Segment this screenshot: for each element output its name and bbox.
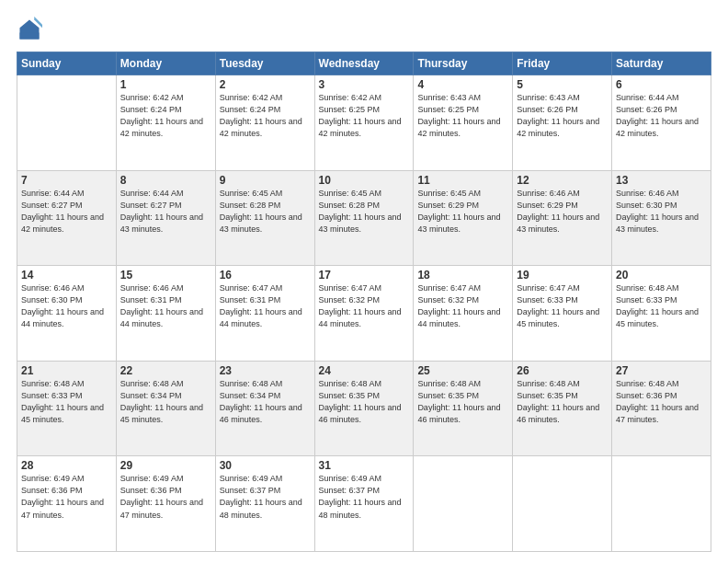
calendar-cell [612,456,711,552]
calendar-week-row: 21Sunrise: 6:48 AMSunset: 6:33 PMDayligh… [17,361,711,456]
day-number: 31 [319,459,410,472]
day-number: 28 [21,459,112,472]
calendar-cell: 20Sunrise: 6:48 AMSunset: 6:33 PMDayligh… [612,266,711,362]
day-number: 20 [616,269,707,282]
sun-info: Sunrise: 6:47 AMSunset: 6:33 PMDaylight:… [517,282,608,330]
sun-info: Sunrise: 6:46 AMSunset: 6:30 PMDaylight:… [21,282,112,330]
calendar-cell: 23Sunrise: 6:48 AMSunset: 6:34 PMDayligh… [215,361,314,456]
day-number: 29 [120,459,211,472]
calendar-week-row: 14Sunrise: 6:46 AMSunset: 6:30 PMDayligh… [17,266,711,362]
sun-info: Sunrise: 6:43 AMSunset: 6:26 PMDaylight:… [517,92,608,140]
calendar-cell: 15Sunrise: 6:46 AMSunset: 6:31 PMDayligh… [116,266,215,362]
calendar-week-row: 1Sunrise: 6:42 AMSunset: 6:24 PMDaylight… [17,75,711,171]
calendar-cell: 21Sunrise: 6:48 AMSunset: 6:33 PMDayligh… [17,361,117,456]
day-number: 1 [120,78,211,91]
sun-info: Sunrise: 6:42 AMSunset: 6:24 PMDaylight:… [120,92,211,140]
sun-info: Sunrise: 6:45 AMSunset: 6:28 PMDaylight:… [319,188,410,236]
sun-info: Sunrise: 6:44 AMSunset: 6:27 PMDaylight:… [21,188,112,236]
sun-info: Sunrise: 6:49 AMSunset: 6:36 PMDaylight:… [21,473,112,521]
calendar-cell: 22Sunrise: 6:48 AMSunset: 6:34 PMDayligh… [116,361,215,456]
calendar-cell: 26Sunrise: 6:48 AMSunset: 6:35 PMDayligh… [513,361,612,456]
calendar-table: SundayMondayTuesdayWednesdayThursdayFrid… [17,52,711,552]
day-number: 9 [220,174,311,187]
calendar-week-row: 28Sunrise: 6:49 AMSunset: 6:36 PMDayligh… [17,456,711,552]
calendar-cell: 27Sunrise: 6:48 AMSunset: 6:36 PMDayligh… [612,361,711,456]
day-number: 17 [319,269,410,282]
weekday-header-monday: Monday [116,52,215,75]
calendar-cell: 13Sunrise: 6:46 AMSunset: 6:30 PMDayligh… [612,170,711,266]
calendar-cell: 16Sunrise: 6:47 AMSunset: 6:31 PMDayligh… [215,266,314,362]
sun-info: Sunrise: 6:48 AMSunset: 6:35 PMDaylight:… [319,378,410,426]
day-number: 7 [21,174,112,187]
sun-info: Sunrise: 6:49 AMSunset: 6:36 PMDaylight:… [120,473,211,521]
sun-info: Sunrise: 6:46 AMSunset: 6:29 PMDaylight:… [517,188,608,236]
day-number: 14 [21,269,112,282]
sun-info: Sunrise: 6:47 AMSunset: 6:32 PMDaylight:… [417,282,508,330]
weekday-header-row: SundayMondayTuesdayWednesdayThursdayFrid… [17,52,711,75]
calendar-cell: 17Sunrise: 6:47 AMSunset: 6:32 PMDayligh… [314,266,414,362]
sun-info: Sunrise: 6:49 AMSunset: 6:37 PMDaylight:… [220,473,311,521]
calendar-cell: 6Sunrise: 6:44 AMSunset: 6:26 PMDaylight… [612,75,711,171]
day-number: 19 [517,269,608,282]
calendar-cell: 31Sunrise: 6:49 AMSunset: 6:37 PMDayligh… [314,456,414,552]
sun-info: Sunrise: 6:42 AMSunset: 6:24 PMDaylight:… [220,92,311,140]
day-number: 25 [417,364,508,377]
calendar-cell: 24Sunrise: 6:48 AMSunset: 6:35 PMDayligh… [314,361,414,456]
sun-info: Sunrise: 6:47 AMSunset: 6:32 PMDaylight:… [319,282,410,330]
calendar-cell: 11Sunrise: 6:45 AMSunset: 6:29 PMDayligh… [414,170,513,266]
weekday-header-friday: Friday [513,52,612,75]
sun-info: Sunrise: 6:44 AMSunset: 6:27 PMDaylight:… [120,188,211,236]
day-number: 16 [220,269,311,282]
sun-info: Sunrise: 6:42 AMSunset: 6:25 PMDaylight:… [319,92,410,140]
calendar-cell: 4Sunrise: 6:43 AMSunset: 6:25 PMDaylight… [414,75,513,171]
sun-info: Sunrise: 6:48 AMSunset: 6:35 PMDaylight:… [417,378,508,426]
sun-info: Sunrise: 6:48 AMSunset: 6:35 PMDaylight:… [517,378,608,426]
calendar-cell: 5Sunrise: 6:43 AMSunset: 6:26 PMDaylight… [513,75,612,171]
day-number: 23 [220,364,311,377]
calendar-cell: 28Sunrise: 6:49 AMSunset: 6:36 PMDayligh… [17,456,117,552]
day-number: 11 [417,174,508,187]
weekday-header-sunday: Sunday [17,52,117,75]
sun-info: Sunrise: 6:43 AMSunset: 6:25 PMDaylight:… [417,92,508,140]
day-number: 5 [517,78,608,91]
sun-info: Sunrise: 6:49 AMSunset: 6:37 PMDaylight:… [319,473,410,521]
day-number: 12 [517,174,608,187]
day-number: 2 [220,78,311,91]
calendar-cell: 19Sunrise: 6:47 AMSunset: 6:33 PMDayligh… [513,266,612,362]
calendar-cell: 2Sunrise: 6:42 AMSunset: 6:24 PMDaylight… [215,75,314,171]
day-number: 26 [517,364,608,377]
calendar-cell: 3Sunrise: 6:42 AMSunset: 6:25 PMDaylight… [314,75,414,171]
calendar-cell: 29Sunrise: 6:49 AMSunset: 6:36 PMDayligh… [116,456,215,552]
svg-rect-2 [20,33,40,40]
day-number: 3 [319,78,410,91]
calendar-cell: 9Sunrise: 6:45 AMSunset: 6:28 PMDaylight… [215,170,314,266]
logo [17,17,46,42]
header [17,17,711,42]
calendar-cell: 14Sunrise: 6:46 AMSunset: 6:30 PMDayligh… [17,266,117,362]
day-number: 8 [120,174,211,187]
weekday-header-wednesday: Wednesday [314,52,414,75]
sun-info: Sunrise: 6:46 AMSunset: 6:31 PMDaylight:… [120,282,211,330]
calendar-cell: 25Sunrise: 6:48 AMSunset: 6:35 PMDayligh… [414,361,513,456]
calendar-cell: 10Sunrise: 6:45 AMSunset: 6:28 PMDayligh… [314,170,414,266]
page: SundayMondayTuesdayWednesdayThursdayFrid… [0,0,728,563]
calendar-cell: 1Sunrise: 6:42 AMSunset: 6:24 PMDaylight… [116,75,215,171]
day-number: 22 [120,364,211,377]
day-number: 30 [220,459,311,472]
calendar-cell [414,456,513,552]
day-number: 21 [21,364,112,377]
calendar-cell [17,75,117,171]
day-number: 24 [319,364,410,377]
sun-info: Sunrise: 6:48 AMSunset: 6:34 PMDaylight:… [120,378,211,426]
calendar-cell [513,456,612,552]
calendar-cell: 12Sunrise: 6:46 AMSunset: 6:29 PMDayligh… [513,170,612,266]
weekday-header-tuesday: Tuesday [215,52,314,75]
day-number: 6 [616,78,707,91]
calendar-cell: 7Sunrise: 6:44 AMSunset: 6:27 PMDaylight… [17,170,117,266]
weekday-header-thursday: Thursday [414,52,513,75]
sun-info: Sunrise: 6:48 AMSunset: 6:33 PMDaylight:… [616,282,707,330]
calendar-week-row: 7Sunrise: 6:44 AMSunset: 6:27 PMDaylight… [17,170,711,266]
day-number: 4 [417,78,508,91]
day-number: 15 [120,269,211,282]
sun-info: Sunrise: 6:48 AMSunset: 6:36 PMDaylight:… [616,378,707,426]
